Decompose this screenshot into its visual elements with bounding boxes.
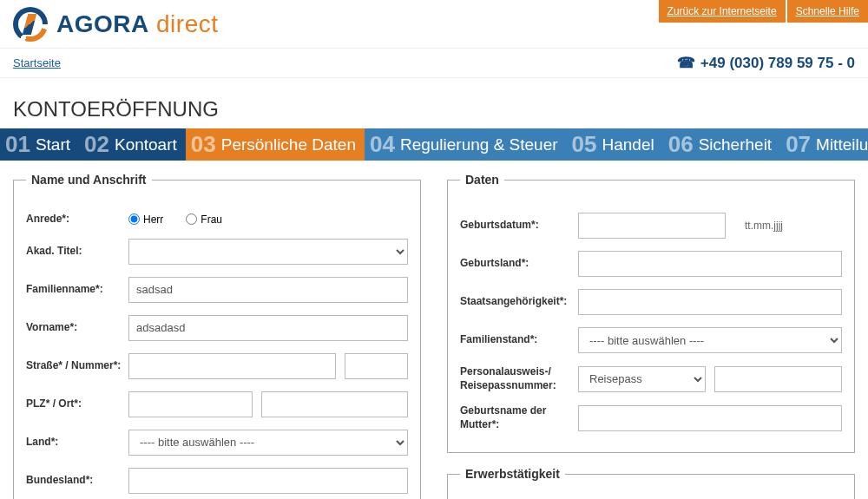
input-nummer[interactable] [345,353,408,379]
label-land: Land*: [26,436,128,450]
radio-herr-label[interactable]: Herr [128,213,163,226]
legend-name: Name und Anschrift [26,173,152,187]
label-titel: Akad. Titel: [26,245,128,259]
label-staatsangehoerigkeit: Staatsangehörigkeit*: [460,295,578,309]
step-start[interactable]: 01Start [0,128,79,161]
label-geburtsdatum: Geburtsdatum*: [460,219,578,233]
step-persoenliche-daten[interactable]: 03Persönliche Daten [186,128,365,161]
input-familienname[interactable] [128,277,408,303]
select-titel[interactable] [128,239,408,265]
phone-number: ☎ +49 (030) 789 59 75 - 0 [677,54,855,72]
input-ausweis-nummer[interactable] [714,366,842,392]
select-familienstand[interactable]: ---- bitte auswählen ---- [578,327,842,353]
radio-frau[interactable] [186,213,197,225]
input-strasse[interactable] [128,353,336,379]
label-familienstand: Familienstand*: [460,333,578,347]
radio-herr[interactable] [128,213,140,225]
label-geburtsland: Geburtsland*: [460,257,578,271]
select-land[interactable]: ---- bitte auswählen ---- [128,430,408,456]
label-bundesland: Bundesland*: [26,474,128,488]
input-ort[interactable] [261,391,408,417]
input-staatsangehoerigkeit[interactable] [578,289,842,315]
breadcrumb-home[interactable]: Startseite [13,56,61,69]
input-bundesland[interactable] [128,468,408,494]
fieldset-name-anschrift: Name und Anschrift Anrede*: Herr Frau Ak… [13,173,421,499]
label-vorname: Vorname*: [26,321,128,335]
select-ausweis-typ[interactable]: Reisepass [578,366,706,392]
input-geburtsname-mutter[interactable] [578,405,842,431]
legend-daten: Daten [460,173,504,187]
logo: AGORA direct [13,7,218,42]
input-geburtsdatum[interactable] [578,213,726,239]
step-sicherheit[interactable]: 06Sicherheit [663,128,780,161]
input-plz[interactable] [128,391,253,417]
logo-text: AGORA direct [56,10,218,38]
radio-frau-label[interactable]: Frau [186,213,222,226]
step-handel[interactable]: 05Handel [567,128,663,161]
phone-text: +49 (030) 789 59 75 - 0 [700,55,855,72]
legend-erwerb: Erwerbstätigkeit [460,467,565,481]
step-kontoart[interactable]: 02Kontoart [79,128,186,161]
fieldset-erwerbstaetigkeit: Erwerbstätigkeit Beruf*: [447,467,855,499]
label-geburtsname-mutter: Geburtsname der Mutter*: [460,404,578,431]
label-plz-ort: PLZ* / Ort*: [26,397,128,411]
label-strasse: Straße* / Nummer*: [26,359,128,373]
step-nav: 01Start 02Kontoart 03Persönliche Daten 0… [0,128,868,161]
label-familienname: Familienname*: [26,283,128,297]
hint-geburtsdatum: tt.mm.jjjj [745,220,783,232]
page-title: KONTOERÖFFNUNG [0,78,868,128]
logo-icon [13,7,48,42]
link-quick-help[interactable]: Schnelle Hilfe [787,0,868,23]
input-geburtsland[interactable] [578,251,842,277]
fieldset-daten: Daten Geburtsdatum*: tt.mm.jjjj Geburtsl… [447,173,855,453]
link-back-to-site[interactable]: Zurück zur Internetseite [659,0,786,23]
label-anrede: Anrede*: [26,213,128,227]
step-mitteilung[interactable]: 07Mitteilung [780,128,868,161]
phone-icon: ☎ [677,54,695,72]
step-regulierung-steuer[interactable]: 04Regulierung & Steuer [365,128,567,161]
input-vorname[interactable] [128,315,408,341]
label-ausweis: Personalausweis-/ Reisepassnummer: [460,365,578,392]
